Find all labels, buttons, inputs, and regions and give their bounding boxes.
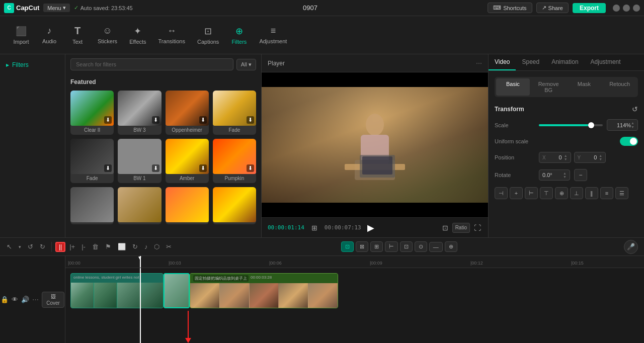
tool-audio[interactable]: ♪ Audio (36, 23, 62, 47)
auto-save-status: ✓ Auto saved: 23:53:45 (74, 5, 133, 11)
maximize-button[interactable] (623, 5, 630, 12)
filter-card-bw1[interactable]: ⬇ BW 1 (118, 139, 161, 183)
tool-text[interactable]: T Text (64, 22, 91, 48)
filter-card-r3d[interactable] (213, 187, 256, 224)
close-button[interactable] (633, 5, 640, 12)
align-right-button[interactable]: ⊢ (525, 187, 538, 199)
music-button[interactable]: ♪ (142, 241, 150, 252)
scale-down-arrow[interactable]: ▼ (631, 125, 634, 129)
shortcuts-button[interactable]: ⌨ Shortcuts (488, 3, 532, 13)
all-filter-toggle[interactable]: All ▾ (236, 59, 256, 70)
sub-tab-remove-bg[interactable]: Remove BG (532, 78, 566, 96)
align-center-h-button[interactable]: + (510, 187, 523, 199)
transform-reset-button[interactable]: ↺ (632, 105, 638, 113)
screenshot-button[interactable]: ⊡ (441, 223, 449, 233)
rotate-minus-button[interactable]: − (574, 169, 587, 181)
filter-card-fade2[interactable]: ⬇ Fade (70, 139, 114, 183)
sub-tab-mask[interactable]: Mask (568, 78, 601, 96)
sub-tab-basic[interactable]: Basic (496, 78, 530, 96)
menu-button[interactable]: Menu ▾ (43, 4, 70, 12)
box-button[interactable]: ⬜ (115, 241, 128, 252)
sub-tab-retouch[interactable]: Retouch (603, 78, 636, 96)
clip-main[interactable]: online lessons, student girl writes not (70, 273, 164, 308)
tool-stickers[interactable]: ☺ Stickers (93, 23, 122, 47)
tl-icon-1[interactable]: ⊡ (341, 241, 354, 252)
undo-button[interactable]: ↺ (25, 241, 36, 252)
tool-effects[interactable]: ✦ Effects (124, 23, 151, 48)
filter-card-bw3[interactable]: ⬇ BW 3 (118, 91, 161, 135)
microphone-button[interactable]: 🎤 (624, 240, 638, 254)
align-bottom-button[interactable]: ⊥ (570, 187, 583, 199)
filter-card-fade[interactable]: ⬇ Fade (213, 91, 256, 135)
align-row-button[interactable]: ≡ (600, 187, 613, 199)
filter-card-r3a[interactable] (70, 187, 114, 224)
remove-video-button[interactable]: |- (79, 241, 88, 252)
align-col-button[interactable]: ‖ (585, 187, 598, 199)
tl-icon-4[interactable]: ⊢ (385, 241, 398, 252)
position-x-input[interactable]: X 0 ▲ ▼ (539, 152, 571, 163)
align-left-button[interactable]: ⊣ (495, 187, 508, 199)
redo-button[interactable]: ↻ (37, 241, 48, 252)
tab-video[interactable]: Video (489, 54, 516, 70)
tl-icon-3[interactable]: ⊞ (370, 241, 383, 252)
scale-up-arrow[interactable]: ▲ (631, 121, 634, 125)
align-top-button[interactable]: ⊤ (540, 187, 553, 199)
filter-card-clear2[interactable]: ⬇ Clear II (70, 91, 114, 135)
position-y-input[interactable]: Y 0 ▲ ▼ (574, 152, 606, 163)
timeline-playhead[interactable]: ▼ (140, 256, 141, 268)
filter-card-oppenheimer[interactable]: ⬇ Oppenheimer (166, 91, 209, 135)
clip-selected[interactable] (164, 273, 190, 308)
tl-zoom-in[interactable]: ⊕ (445, 241, 457, 252)
minimize-button[interactable] (613, 5, 620, 12)
lock-icon[interactable]: 🔒 (1, 296, 9, 303)
tool-captions[interactable]: ⊡ Captions (192, 23, 224, 48)
tl-icon-5[interactable]: ⊡ (400, 241, 413, 252)
tool-filters[interactable]: ⊕ Filters (226, 23, 252, 48)
volume-icon[interactable]: 🔊 (21, 296, 29, 303)
add-video-button[interactable]: |+ (67, 241, 77, 252)
loop-button[interactable]: ↻ (130, 241, 140, 252)
left-panel-filters[interactable]: ▶ Filters (0, 58, 65, 71)
filter-card-r3b[interactable] (118, 187, 161, 224)
align-extra-button[interactable]: ☰ (615, 187, 628, 199)
more-icon[interactable]: ⋯ (32, 296, 39, 303)
share-button[interactable]: ↗ Share (536, 3, 569, 13)
cover-button[interactable]: 🖼 Cover (42, 292, 64, 308)
tool-adjustment[interactable]: ≡ Adjustment (254, 23, 292, 47)
filter-card-r3c[interactable] (166, 187, 209, 224)
cut-button[interactable]: ✂ (164, 241, 174, 252)
cursor-dropdown-button[interactable]: ▾ (16, 243, 24, 251)
split-button[interactable]: || (55, 242, 65, 252)
cursor-button[interactable]: ↖ (4, 241, 15, 252)
eye-icon[interactable]: 👁 (12, 296, 18, 303)
tl-icon-2[interactable]: ⊠ (356, 241, 368, 252)
tool-import[interactable]: ⬛ Import (8, 23, 34, 48)
player-menu-icon[interactable]: ⋯ (476, 60, 482, 67)
filter-card-pumpkin[interactable]: ⬇ Pumpkin (213, 139, 256, 183)
align-center-v-button[interactable]: ⊕ (555, 187, 568, 199)
tl-zoom-out[interactable]: — (429, 242, 443, 252)
search-input[interactable] (70, 58, 233, 70)
tracks-scroll-area[interactable]: |00:00 |00:03 |00:06 |00:09 |00:12 |00:1… (65, 256, 644, 343)
rotate-input[interactable]: 0.0° ▲ ▼ (539, 169, 570, 181)
play-button[interactable]: ▶ (367, 222, 374, 233)
tab-animation[interactable]: Animation (545, 54, 584, 70)
mask-button[interactable]: ⬡ (151, 241, 162, 252)
uniform-scale-toggle[interactable] (620, 137, 638, 146)
tool-transitions[interactable]: ↔ Transitions (153, 23, 190, 47)
delete-button[interactable]: 🗑 (90, 241, 101, 252)
rotate-value: 0.0° (542, 172, 552, 178)
tab-speed[interactable]: Speed (516, 54, 545, 70)
grid-view-button[interactable]: ⊞ (310, 223, 318, 233)
ratio-button[interactable]: Ratio (452, 223, 470, 233)
flag-button[interactable]: ⚑ (103, 241, 114, 252)
tab-adjustment[interactable]: Adjustment (585, 54, 627, 70)
clip-second[interactable]: 固定拍摄把编织品放到桌子上 00:00:03:28 (190, 273, 338, 308)
filter-card-amber[interactable]: ⬇ Amber (166, 139, 209, 183)
scale-slider[interactable] (539, 124, 603, 126)
export-button[interactable]: Export (573, 3, 606, 13)
tl-icon-6[interactable]: ⊙ (415, 241, 427, 252)
fullscreen-button[interactable]: ⛶ (473, 223, 482, 233)
scale-input[interactable]: 114% ▲ ▼ (607, 119, 638, 131)
scale-slider-thumb[interactable] (588, 122, 594, 128)
